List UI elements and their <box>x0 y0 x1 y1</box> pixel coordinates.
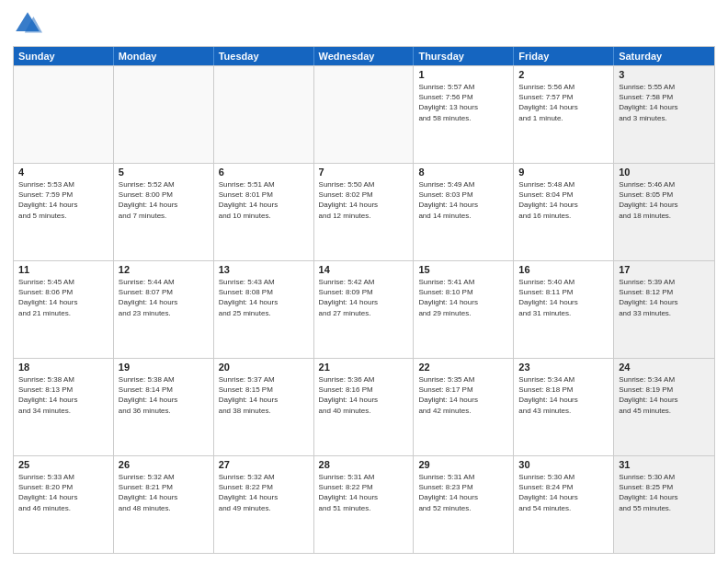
day-number: 18 <box>18 362 108 373</box>
calendar-cell-11: 11Sunrise: 5:45 AMSunset: 8:06 PMDayligh… <box>14 261 114 358</box>
cell-info: Sunrise: 5:56 AMSunset: 7:57 PMDaylight:… <box>518 82 609 123</box>
cell-info: Sunrise: 5:57 AMSunset: 7:56 PMDaylight:… <box>418 82 508 123</box>
cell-info: Sunrise: 5:32 AMSunset: 8:21 PMDaylight:… <box>119 472 209 513</box>
cell-info: Sunrise: 5:42 AMSunset: 8:09 PMDaylight:… <box>319 277 409 318</box>
day-number: 10 <box>619 167 710 178</box>
calendar-cell-23: 23Sunrise: 5:34 AMSunset: 8:18 PMDayligh… <box>514 359 614 455</box>
cell-info: Sunrise: 5:40 AMSunset: 8:11 PMDaylight:… <box>518 277 609 318</box>
cell-info: Sunrise: 5:31 AMSunset: 8:23 PMDaylight:… <box>418 472 508 513</box>
cell-info: Sunrise: 5:49 AMSunset: 8:03 PMDaylight:… <box>418 179 508 221</box>
calendar-header: SundayMondayTuesdayWednesdayThursdayFrid… <box>14 47 714 65</box>
calendar-cell-4: 4Sunrise: 5:53 AMSunset: 7:59 PMDaylight… <box>14 164 114 260</box>
cell-info: Sunrise: 5:30 AMSunset: 8:24 PMDaylight:… <box>518 472 609 513</box>
calendar-row-4: 18Sunrise: 5:38 AMSunset: 8:13 PMDayligh… <box>14 358 714 455</box>
calendar-cell-22: 22Sunrise: 5:35 AMSunset: 8:17 PMDayligh… <box>414 359 514 455</box>
cell-info: Sunrise: 5:38 AMSunset: 8:14 PMDaylight:… <box>119 374 209 416</box>
cell-info: Sunrise: 5:33 AMSunset: 8:20 PMDaylight:… <box>18 472 108 513</box>
header-day-sunday: Sunday <box>14 47 114 65</box>
calendar-cell-13: 13Sunrise: 5:43 AMSunset: 8:08 PMDayligh… <box>214 261 314 358</box>
calendar-cell-2: 2Sunrise: 5:56 AMSunset: 7:57 PMDaylight… <box>514 66 614 163</box>
calendar-cell-29: 29Sunrise: 5:31 AMSunset: 8:23 PMDayligh… <box>414 456 514 553</box>
cell-info: Sunrise: 5:53 AMSunset: 7:59 PMDaylight:… <box>18 179 108 221</box>
header-day-friday: Friday <box>514 47 614 65</box>
cell-info: Sunrise: 5:52 AMSunset: 8:00 PMDaylight:… <box>119 179 209 221</box>
cell-info: Sunrise: 5:36 AMSunset: 8:16 PMDaylight:… <box>319 374 409 416</box>
calendar-cell-31: 31Sunrise: 5:30 AMSunset: 8:25 PMDayligh… <box>614 456 714 553</box>
day-number: 9 <box>518 167 609 178</box>
calendar-cell-7: 7Sunrise: 5:50 AMSunset: 8:02 PMDaylight… <box>314 164 415 260</box>
day-number: 22 <box>418 362 508 373</box>
calendar-cell-14: 14Sunrise: 5:42 AMSunset: 8:09 PMDayligh… <box>314 261 415 358</box>
day-number: 2 <box>518 69 609 80</box>
cell-info: Sunrise: 5:37 AMSunset: 8:15 PMDaylight:… <box>219 374 309 416</box>
day-number: 14 <box>319 264 409 275</box>
day-number: 12 <box>119 264 209 275</box>
calendar-cell-15: 15Sunrise: 5:41 AMSunset: 8:10 PMDayligh… <box>414 261 514 358</box>
calendar-cell-10: 10Sunrise: 5:46 AMSunset: 8:05 PMDayligh… <box>614 164 714 260</box>
day-number: 28 <box>319 459 409 470</box>
calendar-cell-empty-1 <box>114 66 214 163</box>
cell-info: Sunrise: 5:50 AMSunset: 8:02 PMDaylight:… <box>319 179 409 221</box>
header-day-tuesday: Tuesday <box>214 47 314 65</box>
calendar-body: 1Sunrise: 5:57 AMSunset: 7:56 PMDaylight… <box>14 65 714 553</box>
day-number: 16 <box>518 264 609 275</box>
day-number: 21 <box>319 362 409 373</box>
calendar-cell-27: 27Sunrise: 5:32 AMSunset: 8:22 PMDayligh… <box>214 456 314 553</box>
calendar-cell-1: 1Sunrise: 5:57 AMSunset: 7:56 PMDaylight… <box>414 66 514 163</box>
day-number: 17 <box>619 264 710 275</box>
cell-info: Sunrise: 5:31 AMSunset: 8:22 PMDaylight:… <box>319 472 409 513</box>
day-number: 27 <box>219 459 309 470</box>
cell-info: Sunrise: 5:35 AMSunset: 8:17 PMDaylight:… <box>418 374 508 416</box>
day-number: 30 <box>518 459 609 470</box>
calendar-cell-28: 28Sunrise: 5:31 AMSunset: 8:22 PMDayligh… <box>314 456 415 553</box>
calendar: SundayMondayTuesdayWednesdayThursdayFrid… <box>13 46 715 554</box>
calendar-cell-26: 26Sunrise: 5:32 AMSunset: 8:21 PMDayligh… <box>114 456 214 553</box>
calendar-cell-18: 18Sunrise: 5:38 AMSunset: 8:13 PMDayligh… <box>14 359 114 455</box>
cell-info: Sunrise: 5:46 AMSunset: 8:05 PMDaylight:… <box>619 179 710 221</box>
cell-info: Sunrise: 5:43 AMSunset: 8:08 PMDaylight:… <box>219 277 309 318</box>
calendar-cell-16: 16Sunrise: 5:40 AMSunset: 8:11 PMDayligh… <box>514 261 614 358</box>
header <box>13 9 715 39</box>
calendar-row-1: 1Sunrise: 5:57 AMSunset: 7:56 PMDaylight… <box>14 65 714 163</box>
cell-info: Sunrise: 5:30 AMSunset: 8:25 PMDaylight:… <box>619 472 710 513</box>
header-day-monday: Monday <box>114 47 214 65</box>
header-day-wednesday: Wednesday <box>314 47 415 65</box>
day-number: 13 <box>219 264 309 275</box>
calendar-cell-9: 9Sunrise: 5:48 AMSunset: 8:04 PMDaylight… <box>514 164 614 260</box>
page: SundayMondayTuesdayWednesdayThursdayFrid… <box>0 0 728 563</box>
calendar-cell-empty-3 <box>314 66 415 163</box>
day-number: 11 <box>18 264 108 275</box>
day-number: 6 <box>219 167 309 178</box>
calendar-cell-3: 3Sunrise: 5:55 AMSunset: 7:58 PMDaylight… <box>614 66 714 163</box>
day-number: 24 <box>619 362 710 373</box>
cell-info: Sunrise: 5:34 AMSunset: 8:18 PMDaylight:… <box>518 374 609 416</box>
day-number: 8 <box>418 167 508 178</box>
calendar-row-3: 11Sunrise: 5:45 AMSunset: 8:06 PMDayligh… <box>14 260 714 358</box>
cell-info: Sunrise: 5:41 AMSunset: 8:10 PMDaylight:… <box>418 277 508 318</box>
day-number: 25 <box>18 459 108 470</box>
calendar-cell-24: 24Sunrise: 5:34 AMSunset: 8:19 PMDayligh… <box>614 359 714 455</box>
day-number: 29 <box>418 459 508 470</box>
calendar-cell-30: 30Sunrise: 5:30 AMSunset: 8:24 PMDayligh… <box>514 456 614 553</box>
day-number: 20 <box>219 362 309 373</box>
day-number: 26 <box>119 459 209 470</box>
header-day-saturday: Saturday <box>614 47 714 65</box>
day-number: 1 <box>418 69 508 80</box>
calendar-cell-17: 17Sunrise: 5:39 AMSunset: 8:12 PMDayligh… <box>614 261 714 358</box>
calendar-cell-6: 6Sunrise: 5:51 AMSunset: 8:01 PMDaylight… <box>214 164 314 260</box>
day-number: 3 <box>619 69 710 80</box>
calendar-cell-12: 12Sunrise: 5:44 AMSunset: 8:07 PMDayligh… <box>114 261 214 358</box>
logo-icon <box>13 9 42 39</box>
cell-info: Sunrise: 5:39 AMSunset: 8:12 PMDaylight:… <box>619 277 710 318</box>
cell-info: Sunrise: 5:34 AMSunset: 8:19 PMDaylight:… <box>619 374 710 416</box>
cell-info: Sunrise: 5:55 AMSunset: 7:58 PMDaylight:… <box>619 82 710 123</box>
day-number: 4 <box>18 167 108 178</box>
day-number: 15 <box>418 264 508 275</box>
cell-info: Sunrise: 5:45 AMSunset: 8:06 PMDaylight:… <box>18 277 108 318</box>
cell-info: Sunrise: 5:32 AMSunset: 8:22 PMDaylight:… <box>219 472 309 513</box>
calendar-cell-25: 25Sunrise: 5:33 AMSunset: 8:20 PMDayligh… <box>14 456 114 553</box>
cell-info: Sunrise: 5:48 AMSunset: 8:04 PMDaylight:… <box>518 179 609 221</box>
calendar-cell-21: 21Sunrise: 5:36 AMSunset: 8:16 PMDayligh… <box>314 359 415 455</box>
cell-info: Sunrise: 5:51 AMSunset: 8:01 PMDaylight:… <box>219 179 309 221</box>
calendar-cell-8: 8Sunrise: 5:49 AMSunset: 8:03 PMDaylight… <box>414 164 514 260</box>
